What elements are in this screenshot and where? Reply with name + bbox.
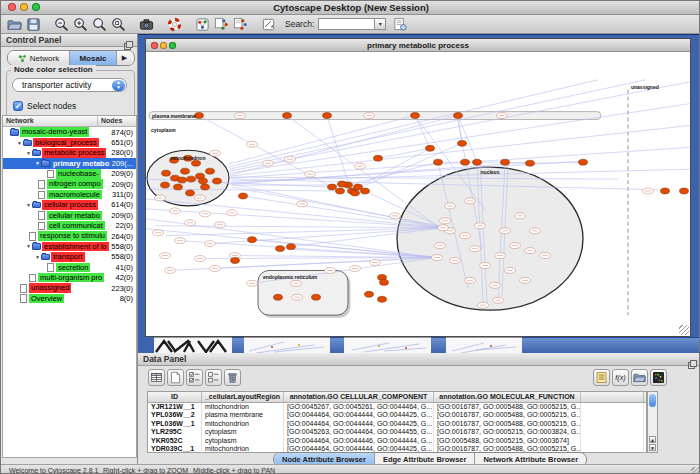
tab-network[interactable]: Network [8,51,70,65]
expand-arrow-icon[interactable]: ▼ [25,243,32,249]
node-color-dropdown[interactable]: transporter activity ▲▼ [12,78,127,92]
dropdown-stepper-icon[interactable]: ▲▼ [112,80,125,91]
graph-node-orange[interactable] [323,113,332,119]
graph-node-orange[interactable] [161,182,170,188]
tree-row[interactable]: secretion41(0) [3,262,136,272]
column-header[interactable]: ID [148,392,202,402]
tree-row[interactable]: ▼transport558(0) [3,252,136,262]
graph-node-orange[interactable] [661,188,670,194]
window-resize-grip[interactable] [679,325,689,335]
tree-row[interactable]: ▼biological_process651(0) [3,137,136,147]
graph-node-orange[interactable] [380,279,389,285]
graph-node-orange[interactable] [458,140,467,146]
graph-node-orange[interactable] [328,184,337,190]
tree-row[interactable]: cell communicat22(0) [3,221,136,231]
graph-node-orange[interactable] [239,193,248,199]
network-canvas[interactable]: plasma membrane cytoplasm mitochondrion … [146,52,690,336]
tab-overflow-arrow-icon[interactable]: ▶ [117,51,132,65]
float-panel-icon[interactable] [688,355,697,364]
expand-arrow-icon[interactable]: ▼ [25,150,32,156]
column-header[interactable] [581,392,644,402]
tree-row[interactable]: mosaic-demo-yeast874(0) [3,127,136,137]
graph-node-orange[interactable] [195,113,204,119]
tree-row[interactable]: ▼cellular process614(0) [3,200,136,210]
graph-node-orange[interactable] [351,190,360,196]
table-row[interactable]: YPL036W__2plasma membrane[GO:0044464, GO… [148,411,646,419]
delete-attribute-icon[interactable] [224,369,241,386]
graph-node-orange[interactable] [579,159,588,165]
background-window-preview[interactable] [344,337,431,354]
graph-node-orange[interactable] [336,188,345,194]
network-view-window[interactable]: primary metabolic process plasma me [145,38,691,337]
background-window-preview[interactable] [244,337,330,354]
graph-node-orange[interactable] [338,181,347,187]
graph-node-orange[interactable] [501,159,510,165]
graph-node-orange[interactable] [374,155,383,161]
graph-node-orange[interactable] [680,188,689,194]
graph-node-orange[interactable] [283,113,292,119]
unselect-attributes-icon[interactable] [205,369,222,386]
scrollbar-thumb[interactable] [649,394,656,407]
graph-node-orange[interactable] [276,246,285,252]
new-attribute-icon[interactable] [167,369,184,386]
graph-node-orange[interactable] [231,258,240,264]
column-header[interactable]: _cellularLayoutRegion [202,392,284,402]
graph-node-orange[interactable] [526,160,535,166]
column-header[interactable]: annotation.GO MOLECULAR_FUNCTION [434,392,581,402]
graph-node-orange[interactable] [187,176,196,182]
graph-node-orange[interactable] [454,113,463,119]
graph-node-orange[interactable] [434,159,443,165]
attribute-list-icon[interactable] [593,369,610,386]
graph-node-orange[interactable] [461,159,470,165]
column-header[interactable]: annotation.GO CELLULAR_COMPONENT [284,392,434,402]
graph-node-orange[interactable] [162,170,171,176]
expand-arrow-icon[interactable]: ▼ [34,160,41,166]
advanced-search-icon[interactable] [392,16,409,33]
expand-arrow-icon[interactable]: ▼ [25,202,32,208]
resize-grip-icon[interactable] [691,467,700,474]
network-view-titlebar[interactable]: primary metabolic process [146,39,690,52]
table-row[interactable]: YKR052Ccytoplasm[GO:0044464, GO:0044446,… [148,437,646,445]
graph-node-orange[interactable] [312,294,321,300]
graph-node-orange[interactable] [181,168,190,174]
table-row[interactable]: YPL036W__1mitochondrion[GO:0044464, GO:0… [148,420,646,428]
help-ring-icon[interactable] [166,16,183,33]
zoom-out-icon[interactable] [53,16,70,33]
tree-row[interactable]: macromolecule311(0) [3,189,136,199]
scroll-down-icon[interactable]: ▼ [649,444,656,451]
import-network-icon[interactable] [213,16,230,33]
search-dropdown-arrow-icon[interactable]: ▾ [374,18,386,30]
tree-header-network[interactable]: Network [3,116,98,126]
tree-row[interactable]: multi-organism pro42(0) [3,272,136,282]
snapshot-icon[interactable] [138,16,155,33]
graph-node-orange[interactable] [248,237,257,243]
graph-node-orange[interactable] [213,178,222,184]
tree-row[interactable]: response to stimulu264(0) [3,231,136,241]
annotation-icon[interactable] [260,16,277,33]
network-view-icon[interactable] [194,16,211,33]
table-scrollbar[interactable]: ▲ ▼ [647,391,658,453]
zoom-in-icon[interactable] [72,16,89,33]
graph-node-orange[interactable] [411,113,420,119]
tree-row[interactable]: nucleobase-209(0) [3,169,136,179]
tree-row[interactable]: unassigned223(0) [3,283,136,293]
zoom-fit-icon[interactable] [91,16,108,33]
graph-node-orange[interactable] [361,188,370,194]
graph-node-orange[interactable] [199,178,208,184]
import-table-icon[interactable] [232,16,249,33]
import-attributes-file-icon[interactable] [631,369,648,386]
expand-arrow-icon[interactable]: ▼ [34,254,41,260]
graph-node-orange[interactable] [473,159,482,165]
graph-node-orange[interactable] [274,294,283,300]
tab-mosaic[interactable]: Mosaic [70,51,117,65]
expand-arrow-icon[interactable]: ▼ [16,140,23,146]
attribute-table-icon[interactable] [148,369,165,386]
tree-header-nodes[interactable]: Nodes [98,116,136,126]
background-window-preview[interactable] [154,337,232,354]
tree-row[interactable]: ▼metabolic process280(0) [3,148,136,158]
background-window-preview[interactable] [446,337,522,354]
matrix-view-icon[interactable] [650,369,667,386]
zoom-selected-icon[interactable] [110,16,127,33]
graph-node-orange[interactable] [426,145,435,151]
graph-node-orange[interactable] [206,168,215,174]
